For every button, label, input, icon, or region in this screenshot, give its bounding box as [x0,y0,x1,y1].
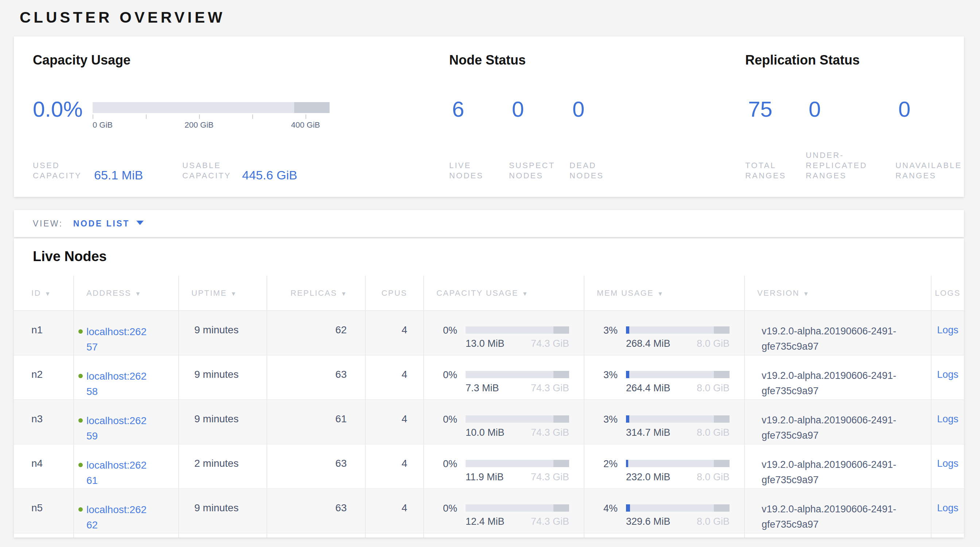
capacity-total-value: 74.3 GiB [531,516,569,527]
table-body: n1localhost:262579 minutes6240%13.0 MiB7… [14,311,964,537]
capacity-usage-cell: 0%7.3 MiB74.3 GiB [424,355,584,400]
address-link[interactable]: localhost:26257 [86,324,152,355]
column-header-uptime[interactable]: UPTIME▼ [179,276,267,311]
address-cell: localhost:26258 [74,355,179,400]
logs-link[interactable]: Logs [937,458,958,469]
address-link[interactable]: localhost:26261 [86,458,152,488]
address-cell: localhost:26261 [74,444,179,489]
logs-link[interactable]: Logs [937,413,958,425]
address-link[interactable]: localhost:26262 [86,502,152,533]
version-cell: v19.2.0-alpha.20190606-2491-gfe735c9a97 [745,489,931,533]
memory-bar-fill [626,504,630,512]
sort-desc-icon: ▼ [341,291,347,297]
column-label: CAPACITY USAGE [436,288,519,297]
usable-capacity-value: 445.6 GiB [242,168,297,182]
replicas-cell: 62 [267,311,365,355]
sort-desc-icon: ▼ [803,291,810,297]
capacity-bar-dark-segment [554,326,569,334]
capacity-total-value: 74.3 GiB [531,383,569,394]
address-link[interactable]: localhost:26258 [86,369,152,399]
capacity-usage-bar [466,371,569,378]
column-header-capacity[interactable]: CAPACITY USAGE▼ [424,276,584,311]
capacity-usage-percent: 0% [443,415,466,424]
uptime-cell: 2 minutes [179,444,267,489]
address-cell: localhost:26257 [74,311,179,355]
used-capacity-label: USED CAPACITY [33,161,84,181]
capacity-usage-percent: 0% [443,459,466,469]
capacity-usage-bar [466,326,569,334]
table-row-partial [14,533,964,537]
empty-cell [424,533,584,537]
logs-cell: Logs [931,400,964,444]
axis-label-0: 0 GiB [92,120,113,130]
sort-desc-icon: ▼ [657,291,664,297]
node-live-dot-icon [78,329,83,334]
memory-usage-bar [626,371,730,378]
uptime-cell: 9 minutes [179,400,267,444]
logs-link[interactable]: Logs [937,369,958,380]
column-label: ID [31,288,41,297]
replicas-cell: 63 [267,444,365,489]
node-status-title: Node Status [449,52,526,68]
logs-link[interactable]: Logs [937,324,958,336]
column-header-version[interactable]: VERSION▼ [745,276,931,311]
cpus-cell: 4 [365,444,424,489]
memory-total-value: 8.0 GiB [697,427,730,438]
empty-cell [179,533,267,537]
live-nodes-card: Live Nodes ID▼ADDRESS▼UPTIME▼REPLICAS▼CP… [14,239,964,537]
logs-cell: Logs [931,444,964,489]
memory-bar-dark-segment [714,371,730,378]
capacity-bar-dark-segment [554,460,569,467]
replicas-cell: 61 [267,400,365,444]
memory-used-value: 314.7 MiB [626,427,670,438]
memory-usage-percent: 2% [603,459,626,469]
column-header-id[interactable]: ID▼ [14,276,74,311]
column-header-replicas[interactable]: REPLICAS▼ [267,276,365,311]
memory-used-value: 264.4 MiB [626,383,670,394]
chevron-down-icon[interactable] [136,221,144,225]
node-live-dot-icon [78,374,83,378]
capacity-used-value: 7.3 MiB [466,383,499,394]
memory-usage-cell: 2%232.0 MiB8.0 GiB [584,444,745,489]
capacity-usage-cell: 0%13.0 MiB74.3 GiB [424,311,584,355]
view-label: VIEW: [33,219,63,228]
memory-usage-cell: 3%264.4 MiB8.0 GiB [584,355,745,400]
table-row: n1localhost:262579 minutes6240%13.0 MiB7… [14,311,964,355]
memory-bar-fill [626,371,629,378]
view-selector-bar: VIEW:NODE LIST [14,210,964,237]
cluster-summary-card: Capacity Usage 0.0% 0 GiB 200 GiB 400 Gi… [14,37,964,197]
node-status-section: Node Status 6 0 0 LIVE NODES SUSPECT NOD… [449,37,726,197]
version-text: v19.2.0-alpha.20190606-2491-gfe735c9a97 [762,368,904,399]
capacity-bar-chart: 0 GiB 200 GiB 400 GiB [92,102,329,130]
capacity-usage-cell: 0%11.9 MiB74.3 GiB [424,444,584,489]
uptime-cell: 9 minutes [179,311,267,355]
version-text: v19.2.0-alpha.20190606-2491-gfe735c9a97 [762,323,904,354]
version-cell: v19.2.0-alpha.20190606-2491-gfe735c9a97 [745,355,931,400]
empty-cell [931,533,964,537]
logs-cell: Logs [931,311,964,355]
node-id-cell: n5 [14,489,74,533]
live-nodes-title: Live Nodes [14,239,964,276]
column-header-address[interactable]: ADDRESS▼ [74,276,179,311]
live-nodes-value: 6 [452,98,464,121]
capacity-bar [92,102,329,113]
empty-cell [745,533,931,537]
capacity-bar-dark-segment [554,415,569,423]
address-link[interactable]: localhost:26259 [86,413,152,444]
table-header-row: ID▼ADDRESS▼UPTIME▼REPLICAS▼CPUSCAPACITY … [14,276,964,311]
capacity-bar-dark-segment [554,504,569,512]
logs-link[interactable]: Logs [937,502,958,514]
node-id-cell: n3 [14,400,74,444]
view-dropdown[interactable]: NODE LIST [73,219,130,228]
column-header-logs: LOGS [931,276,964,311]
memory-bar-dark-segment [714,326,730,334]
live-nodes-table: ID▼ADDRESS▼UPTIME▼REPLICAS▼CPUSCAPACITY … [14,276,964,537]
capacity-usage-percent: 0% [443,370,466,380]
capacity-usage-cell: 0%10.0 MiB74.3 GiB [424,400,584,444]
empty-cell [74,533,179,537]
column-header-memory[interactable]: MEM USAGE▼ [584,276,745,311]
column-label: MEM USAGE [597,288,654,297]
axis-label-400: 400 GiB [291,120,320,130]
logs-cell: Logs [931,489,964,533]
used-capacity-value: 65.1 MiB [94,168,143,182]
